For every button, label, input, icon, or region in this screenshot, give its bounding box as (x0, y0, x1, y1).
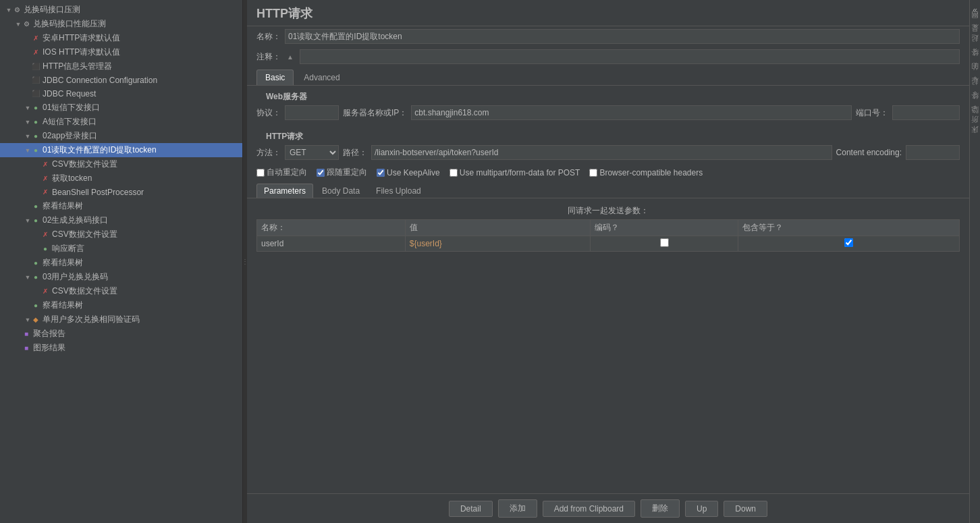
tree-icon: ● (31, 202, 40, 211)
method-select[interactable]: GETPOSTPUTDELETEPATCHHEADOPTIONSTRACE (285, 145, 339, 160)
tree-icon: ✗ (40, 230, 50, 240)
sidebar-item-label: 察看结果树 (43, 300, 83, 311)
path-input[interactable] (371, 145, 832, 160)
right-panel-label-4[interactable]: «终 (969, 58, 980, 70)
port-input[interactable] (892, 105, 960, 120)
inner-tab-files_upload[interactable]: Files Upload (369, 184, 429, 198)
right-panel-label-5[interactable]: »的 (969, 72, 980, 84)
table-header: 值 (405, 220, 590, 236)
protocol-input[interactable] (285, 105, 339, 120)
right-panel: « «网 是 «起 «终 »的 »起 »终 隐 所 床 (969, 0, 980, 523)
sidebar-item-item-03[interactable]: ✗安卓HTTP请求默认值 (0, 31, 242, 45)
tree-arrow[interactable] (24, 316, 31, 323)
keepalive-input[interactable] (377, 169, 385, 177)
tree-icon: ● (31, 103, 40, 113)
web-server-title: Web服务器 (256, 87, 960, 105)
tree-arrow[interactable] (24, 217, 31, 224)
sidebar-item-label: 聚合报告 (33, 328, 65, 339)
tree-arrow[interactable] (24, 147, 31, 154)
sidebar-item-item-22[interactable]: ●察看结果树 (0, 298, 242, 312)
right-panel-label-6[interactable]: »起 (969, 87, 980, 99)
param-include-equals[interactable] (738, 236, 960, 252)
right-panel-label-9[interactable]: 所 (969, 126, 980, 134)
browser-headers-checkbox[interactable]: Browser-compatible headers (589, 168, 703, 177)
sidebar-item-label: 01短信下发接口 (43, 102, 100, 113)
multipart-input[interactable] (450, 169, 458, 177)
tree-arrow[interactable] (24, 105, 31, 111)
sidebar-item-item-11[interactable]: ●01读取文件配置的ID提取tocken (0, 143, 242, 157)
right-panel-label-8[interactable]: 隐 (969, 115, 980, 123)
sidebar-item-item-05[interactable]: ⬛HTTP信息头管理器 (0, 59, 242, 74)
sidebar-item-item-16[interactable]: ●02生成兑换码接口 (0, 213, 242, 227)
right-panel-label-1[interactable]: «网 (969, 20, 980, 32)
sidebar-item-item-23[interactable]: ◆单用户多次兑换相同验证码 (0, 312, 242, 327)
right-panel-label-10[interactable]: 床 (969, 136, 980, 144)
name-input[interactable] (285, 29, 960, 44)
sidebar-item-label: 01读取文件配置的ID提取tocken (43, 144, 157, 156)
collapse-arrow[interactable]: ▲ (285, 53, 296, 61)
param-encoded[interactable] (590, 236, 738, 252)
inner-tab-parameters[interactable]: Parameters (256, 184, 313, 198)
sidebar-item-label: 兑换码接口性能压测 (33, 18, 106, 30)
sidebar-item-item-10[interactable]: ●02app登录接口 (0, 129, 242, 143)
sidebar-item-item-21[interactable]: ✗CSV数据文件设置 (0, 284, 242, 298)
keepalive-checkbox[interactable]: Use KeepAlive (377, 168, 440, 177)
browser-headers-input[interactable] (589, 169, 597, 177)
sidebar-item-item-19[interactable]: ●察看结果树 (0, 256, 242, 270)
tree-icon: ● (31, 146, 40, 155)
sidebar-item-item-13[interactable]: ✗获取tocken (0, 171, 242, 186)
sidebar-item-label: IOS HTTP请求默认值 (43, 47, 120, 58)
sidebar-item-label: BeanShell PostProcessor (52, 188, 144, 197)
sidebar-item-label: HTTP信息头管理器 (43, 61, 112, 72)
right-panel-label-3[interactable]: «起 (969, 44, 980, 56)
checkbox-row: 自动重定向 跟随重定向 Use KeepAlive Use multipart/… (247, 164, 969, 181)
sidebar-item-item-04[interactable]: ✗IOS HTTP请求默认值 (0, 45, 242, 59)
right-panel-label-7[interactable]: »终 (969, 101, 980, 113)
sidebar-item-item-07[interactable]: ⬛JDBC Request (0, 87, 242, 101)
sidebar-item-item-12[interactable]: ✗CSV数据文件设置 (0, 157, 242, 171)
tree-icon: ⬛ (31, 62, 40, 72)
follow-redirect-input[interactable] (317, 169, 325, 177)
follow-redirect-checkbox[interactable]: 跟随重定向 (317, 167, 367, 178)
sidebar-item-item-24[interactable]: ■聚合报告 (0, 327, 242, 341)
up-button[interactable]: Up (685, 501, 718, 517)
detail-button[interactable]: Detail (449, 501, 493, 517)
sidebar-item-item-08[interactable]: ●01短信下发接口 (0, 101, 242, 115)
param-value: ${userId} (405, 236, 590, 252)
down-button[interactable]: Down (724, 501, 767, 517)
comment-input[interactable] (300, 49, 960, 64)
delete-button[interactable]: 删除 (641, 499, 680, 518)
sidebar-item-item-01[interactable]: ⚙兑换码接口压测 (0, 3, 242, 17)
sidebar-item-item-25[interactable]: ■图形结果 (0, 341, 242, 355)
keepalive-label: Use KeepAlive (387, 168, 440, 177)
multipart-checkbox[interactable]: Use multipart/form-data for POST (450, 168, 580, 177)
tree-arrow[interactable] (15, 21, 22, 28)
tab-advanced[interactable]: Advanced (295, 70, 348, 85)
sidebar-item-item-20[interactable]: ●03用户兑换兑换码 (0, 270, 242, 284)
sidebar-item-item-15[interactable]: ●察看结果树 (0, 199, 242, 213)
sidebar-item-item-17[interactable]: ✗CSV数据文件设置 (0, 227, 242, 242)
auto-redirect-input[interactable] (256, 169, 265, 177)
inner-tab-body_data[interactable]: Body Data (315, 184, 367, 198)
tree-arrow[interactable] (24, 274, 31, 281)
sidebar-item-item-14[interactable]: ✗BeanShell PostProcessor (0, 186, 242, 199)
table-header: 名称： (257, 220, 406, 236)
table-header: 包含等于？ (738, 220, 960, 236)
sidebar-item-label: 03用户兑换兑换码 (43, 271, 108, 283)
add_from_clipboard-button[interactable]: Add from Clipboard (543, 501, 635, 517)
sidebar-item-item-09[interactable]: ●A短信下发接口 (0, 115, 242, 129)
tree-arrow[interactable] (5, 7, 12, 13)
server-input[interactable] (411, 105, 852, 120)
auto-redirect-checkbox[interactable]: 自动重定向 (256, 167, 307, 178)
right-panel-label-2[interactable]: 是 (969, 34, 980, 42)
content-encoding-input[interactable] (906, 145, 960, 160)
tree-icon: ⬛ (31, 76, 40, 85)
sidebar-item-item-02[interactable]: ⚙兑换码接口性能压测 (0, 17, 242, 31)
tree-arrow[interactable] (24, 133, 31, 140)
tab-basic[interactable]: Basic (256, 70, 294, 85)
add-button[interactable]: 添加 (498, 499, 537, 518)
sidebar-item-item-18[interactable]: ●响应断言 (0, 242, 242, 256)
tree-arrow[interactable] (24, 119, 31, 126)
right-panel-arrow[interactable]: « (973, 3, 977, 18)
sidebar-item-item-06[interactable]: ⬛JDBC Connection Configuration (0, 74, 242, 87)
